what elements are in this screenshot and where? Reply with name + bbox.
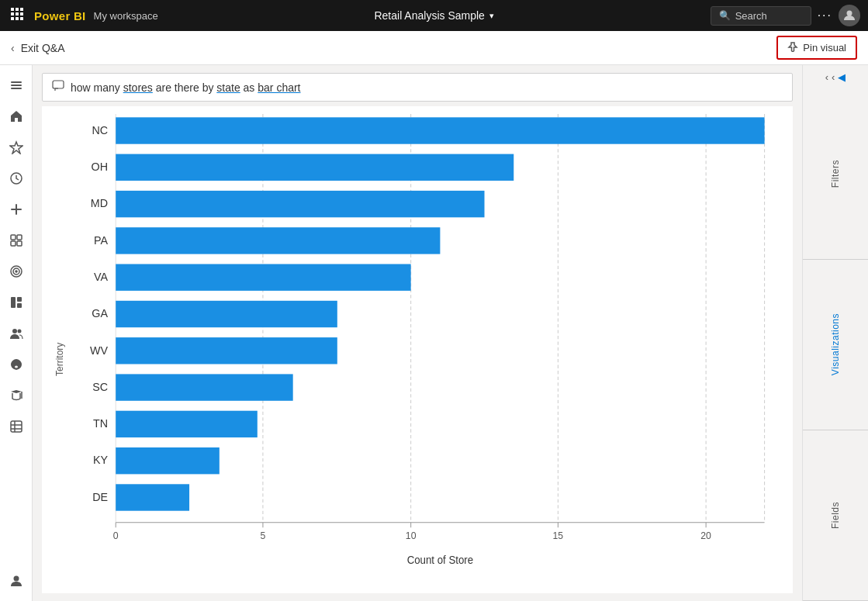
sidebar-item-favorites[interactable]	[2, 133, 30, 161]
tab-fields[interactable]: Fields	[803, 430, 868, 601]
svg-point-28	[17, 330, 21, 333]
svg-rect-1	[16, 8, 19, 11]
qa-text-as: as	[240, 81, 258, 94]
sidebar-item-people[interactable]	[2, 319, 30, 347]
label-sc: SC	[92, 381, 108, 393]
svg-rect-4	[16, 12, 19, 16]
chart-area: Territory	[42, 106, 793, 593]
sidebar-item-deploy[interactable]	[2, 351, 30, 378]
sidebar-item-create[interactable]	[2, 195, 30, 223]
bar-wv[interactable]	[116, 337, 337, 364]
bar-nc[interactable]	[116, 117, 764, 143]
content-area: how many stores are there by state as ba…	[33, 65, 802, 601]
svg-rect-25	[17, 297, 22, 302]
svg-rect-26	[17, 303, 22, 308]
bar-md[interactable]	[116, 191, 484, 217]
sidebar-item-hamburger[interactable]	[2, 71, 30, 99]
y-axis-label: Territory	[54, 114, 65, 581]
svg-point-23	[16, 271, 17, 272]
qa-text: how many stores are there by state as ba…	[71, 81, 301, 94]
tab-filters[interactable]: Filters	[803, 89, 868, 260]
user-avatar[interactable]	[839, 5, 860, 26]
svg-rect-0	[11, 8, 14, 11]
more-options-icon[interactable]: ···	[818, 9, 832, 22]
x-tick-15: 15	[553, 530, 564, 541]
label-pa: PA	[94, 233, 108, 246]
collapse-arrow-left[interactable]: ‹	[825, 71, 828, 83]
svg-rect-31	[11, 421, 22, 432]
sidebar-item-data[interactable]	[2, 413, 30, 440]
back-arrow-icon: ‹	[11, 42, 15, 54]
secondary-toolbar: ‹ Exit Q&A Pin visual	[0, 31, 868, 65]
svg-rect-12	[11, 88, 22, 89]
svg-rect-7	[16, 17, 19, 20]
search-box[interactable]: 🔍 Search	[711, 6, 811, 26]
sidebar-item-workspaces[interactable]	[2, 288, 30, 316]
qa-text-stores: stores	[123, 81, 153, 94]
tab-visualizations[interactable]: Visualizations	[803, 260, 868, 430]
sidebar-item-learn[interactable]	[2, 382, 30, 409]
bar-tn[interactable]	[116, 411, 258, 437]
sidebar-item-account[interactable]	[2, 567, 30, 595]
svg-rect-24	[11, 297, 16, 308]
collapse-arrow-left2[interactable]: ‹	[832, 71, 835, 83]
right-panel-arrows: ‹ ‹ ◀	[803, 65, 868, 89]
qa-input-bar[interactable]: how many stores are there by state as ba…	[42, 73, 793, 102]
svg-point-29	[15, 366, 18, 368]
bar-de[interactable]	[116, 484, 189, 510]
svg-rect-20	[17, 241, 22, 246]
chevron-down-icon[interactable]: ▾	[489, 11, 494, 21]
bar-oh[interactable]	[116, 154, 514, 181]
svg-rect-3	[11, 12, 14, 16]
waffle-icon[interactable]	[8, 5, 26, 26]
right-panel: ‹ ‹ ◀ Filters Visualizations Fields	[802, 65, 868, 601]
sidebar-item-browse[interactable]	[2, 226, 30, 254]
collapse-arrow-right-triangle[interactable]: ◀	[838, 71, 846, 83]
label-nc: NC	[92, 123, 108, 136]
workspace-label: My workspace	[94, 10, 158, 22]
qa-text-how-many: how many	[71, 81, 123, 94]
x-tick-10: 10	[406, 530, 417, 541]
top-navigation: Power BI My workspace Retail Analysis Sa…	[0, 0, 868, 31]
exit-qa-label: Exit Q&A	[21, 42, 65, 54]
chart-container: Territory	[54, 114, 780, 581]
top-nav-left: Power BI My workspace	[8, 5, 158, 26]
chart-inner: NC OH MD PA VA	[68, 114, 780, 581]
svg-marker-13	[10, 142, 22, 154]
svg-rect-2	[20, 8, 23, 11]
sidebar-item-home[interactable]	[2, 102, 30, 130]
bar-sc[interactable]	[116, 374, 292, 400]
tab-filters-label: Filters	[830, 160, 841, 188]
bar-ga[interactable]	[116, 301, 337, 327]
search-text: Search	[735, 10, 767, 22]
qa-text-state: state	[216, 81, 240, 94]
label-wv: WV	[90, 344, 108, 356]
x-tick-0: 0	[113, 530, 119, 541]
svg-rect-8	[20, 17, 23, 20]
svg-rect-11	[11, 85, 22, 86]
bar-pa[interactable]	[116, 227, 440, 254]
svg-rect-10	[11, 81, 22, 83]
qa-icon	[52, 80, 64, 95]
svg-rect-5	[20, 12, 23, 16]
svg-rect-36	[53, 81, 64, 88]
label-de: DE	[92, 490, 108, 503]
x-tick-5: 5	[261, 530, 266, 541]
tab-fields-label: Fields	[830, 502, 841, 529]
bar-ky[interactable]	[116, 447, 220, 474]
top-nav-right: 🔍 Search ···	[711, 5, 860, 26]
left-sidebar	[0, 65, 33, 601]
search-icon: 🔍	[719, 10, 731, 21]
exit-qa-button[interactable]: ‹ Exit Q&A	[11, 42, 64, 54]
bar-va[interactable]	[116, 264, 410, 291]
label-tn: TN	[93, 417, 108, 430]
qa-text-are-there: are there by	[153, 81, 217, 94]
sidebar-item-goals[interactable]	[2, 257, 30, 285]
bar-chart-svg: NC OH MD PA VA	[68, 114, 780, 581]
svg-point-27	[12, 329, 17, 333]
sidebar-item-recents[interactable]	[2, 164, 30, 192]
svg-point-35	[13, 576, 19, 582]
pin-visual-button[interactable]: Pin visual	[776, 36, 857, 60]
svg-rect-16	[11, 209, 22, 210]
qa-text-bar-chart: bar chart	[258, 81, 300, 94]
